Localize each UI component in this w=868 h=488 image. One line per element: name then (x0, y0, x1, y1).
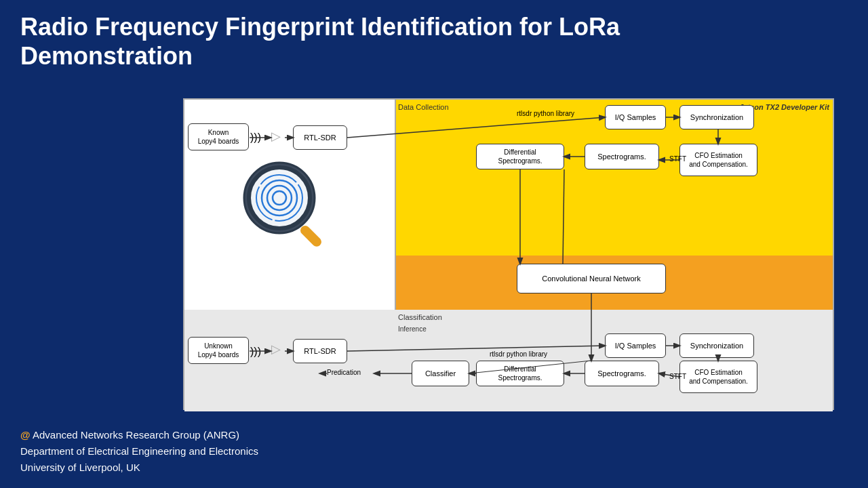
footer-line3: University of Liverpool, UK (20, 460, 258, 476)
diff-spectrograms-bottom-label: Differential Spectrograms. (498, 365, 542, 382)
fingerprint-magnifier-icon (235, 154, 344, 262)
inference-label: Inference (398, 325, 427, 333)
classification-label: Classification (398, 313, 442, 321)
fingerprint-icon-area (205, 134, 374, 283)
rtl-sdr-bottom-box: RTL-SDR (293, 339, 347, 363)
classifier-box: Classifier (412, 361, 469, 386)
rtlsdr-python-bottom-label: rtlsdr python library (490, 350, 547, 358)
diagram-container: Data Collection Jetson TX2 Developer Kit… (183, 98, 834, 410)
cfo-top-label: CFO Estimation and Compensation. (689, 151, 748, 169)
spectrograms-bottom-label: Spectrograms. (597, 369, 646, 378)
known-lopy-label: Known Lopy4 boards (198, 128, 239, 146)
antenna-triangle-bottom: ▷ (271, 342, 281, 357)
rtl-sdr-top-box: RTL-SDR (293, 125, 347, 150)
diff-spectrograms-top-label: Differential Spectrograms. (498, 148, 542, 165)
cnn-box: Convolutional Neural Network (517, 264, 666, 293)
spectrograms-top-box: Spectrograms. (585, 144, 659, 169)
unknown-lopy-box: Unknown Lopy4 boards (188, 337, 249, 364)
title-line2: Demonstration (20, 42, 193, 70)
stft-bottom-label: STFT (669, 373, 686, 380)
footer-org: Advanced Networks Research Group (ANRG) (31, 429, 239, 441)
iq-samples-bottom-box: I/Q Samples (605, 333, 666, 358)
title-line1: Radio Frequency Fingerprint Identificati… (20, 13, 620, 41)
spectrograms-top-label: Spectrograms. (597, 152, 646, 161)
stft-top-label: STFT (669, 155, 686, 163)
classifier-label: Classifier (425, 369, 456, 378)
iq-samples-top-label: I/Q Samples (615, 113, 656, 122)
predication-label: Predication (327, 369, 361, 376)
unknown-lopy-label: Unknown Lopy4 boards (198, 342, 239, 359)
iq-samples-top-box: I/Q Samples (605, 105, 666, 129)
synchronization-bottom-box: Synchronization (679, 333, 754, 358)
signal-waves-bottom: ))) (250, 346, 261, 358)
slide-title: Radio Frequency Fingerprint Identificati… (0, 0, 868, 76)
spectrograms-bottom-box: Spectrograms. (585, 361, 659, 386)
diff-spectrograms-top-box: Differential Spectrograms. (476, 144, 564, 169)
synchronization-top-label: Synchronization (690, 113, 743, 122)
signal-waves-top: ))) (250, 131, 261, 144)
svg-rect-6 (298, 224, 323, 249)
cfo-bottom-label: CFO Estimation and Compensation. (689, 368, 748, 386)
footer-line2: Department of Electrical Engineering and… (20, 443, 258, 460)
at-sign: @ (20, 429, 31, 441)
cfo-bottom-box: CFO Estimation and Compensation. (679, 361, 757, 393)
rtl-sdr-bottom-label: RTL-SDR (304, 346, 336, 356)
footer: @ Advanced Networks Research Group (ANRG… (20, 427, 258, 476)
footer-line1: @ Advanced Networks Research Group (ANRG… (20, 427, 258, 443)
synchronization-top-box: Synchronization (679, 105, 754, 129)
data-collection-label: Data Collection (398, 103, 449, 111)
iq-samples-bottom-label: I/Q Samples (615, 341, 656, 350)
cfo-top-box: CFO Estimation and Compensation. (679, 144, 757, 176)
antenna-triangle-top: ▷ (271, 129, 281, 144)
rtl-sdr-top-label: RTL-SDR (304, 133, 336, 142)
known-lopy-box: Known Lopy4 boards (188, 123, 249, 150)
rtlsdr-python-top-label: rtlsdr python library (517, 110, 574, 117)
synchronization-bottom-label: Synchronization (690, 341, 743, 350)
diff-spectrograms-bottom-box: Differential Spectrograms. (476, 361, 564, 386)
cnn-label: Convolutional Neural Network (542, 274, 641, 283)
